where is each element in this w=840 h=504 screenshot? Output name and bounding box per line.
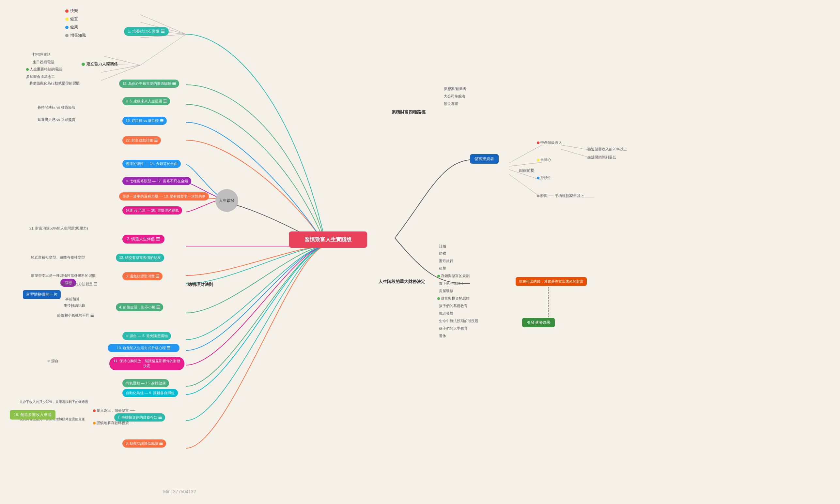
node-5[interactable]: ⊙ 源自 — 5. 遊免隨意購物	[122, 332, 171, 340]
svg-line-11	[509, 162, 542, 166]
svg-line-7	[101, 65, 140, 80]
leijf-label: 累積財富四種路徑	[392, 109, 426, 115]
sub-phone1: 打招呼電話	[33, 52, 51, 57]
central-node[interactable]: 習慣致富人生實踐版	[289, 232, 367, 248]
node-1[interactable]: 1. 培養抗頂石習慣 ☰	[124, 27, 169, 36]
node-16[interactable]: 16. 創造多重收入來源	[10, 410, 55, 419]
node-2[interactable]: 2. 慎選人生伴侶 ☰	[122, 235, 165, 244]
sub-desire2: 消煙慾望的方法就是 ☰	[61, 282, 97, 287]
svg-line-8	[140, 34, 186, 65]
mindmap-container: 習慣致富人生實踐版 人生啟發 聰明理財法則 富習慣拼圖的一片 感恩 1. 培養抗…	[0, 0, 840, 504]
sub-life2: 婚禮	[439, 251, 446, 256]
node-12[interactable]: 12. 結交有儲富習慣的朋友	[116, 254, 164, 262]
sub-dreamer: 夢想家/創業者	[444, 86, 466, 91]
node-19[interactable]: 19. 好目標 vs 壞目標 ☰	[122, 117, 167, 125]
sub-life8: 儲富與投資的思維	[437, 296, 469, 301]
sub-longterm: 長時間耕耘 vs 棲為短智	[37, 105, 75, 110]
sub-life6: 買下第一棟房子	[439, 281, 464, 286]
sub-delay: 延遲滿足感 vs 立即獎賞	[37, 118, 75, 122]
node-3[interactable]: 3. 遏免欲望型消費 ☰	[122, 272, 162, 281]
sub-happy: 快樂	[65, 8, 78, 14]
node-20[interactable]: 好運 vs 厄運 — 20. 習慣帶來運氣	[122, 206, 182, 215]
sub-prereq4: 時間 ── 平均維持32年以上	[537, 193, 584, 198]
node-13[interactable]: 13. 為你心中最重要的東西驅動 ☰	[119, 79, 179, 88]
sub-budget2: 事後持續記錄	[64, 303, 85, 308]
sub-relationships: 建立強力人際關係	[82, 61, 118, 67]
connections-svg	[0, 0, 840, 504]
sub-save2: 量入為出，節儉儲富 ──	[93, 408, 135, 413]
node-22[interactable]: 22. 財富遊戲計畫 ☰	[122, 136, 161, 144]
node-11[interactable]: 11. 保持心胸開放，別讓偏見影響你的財務決定	[109, 357, 184, 370]
sub-life9: 孩子們的基礎教育	[439, 304, 468, 308]
sub-life13: 退休	[439, 334, 446, 338]
node-6[interactable]: ⊙ 6. 建構未來人生藍圖 ☰	[122, 97, 170, 105]
xianzf-node: 現在付出的錢，其實是在支出未來的財富	[516, 277, 587, 286]
watermark: Mint 377504132	[163, 489, 196, 494]
sub-prereq2: 自律心	[537, 158, 551, 162]
node-15[interactable]: 有氧運動 — 15. 身體健康	[122, 379, 169, 387]
node-18[interactable]: 而是一連串的過程步驟 — 18. 變有錢並非一次性的事	[119, 192, 209, 200]
sub-life12: 孩子們的大學教育	[439, 326, 468, 331]
sub-life5: 存錢與儲富的規劃	[437, 273, 469, 278]
sub-save1: 先存下收入的只少20%，並學著以剩下的錢通活	[20, 399, 88, 404]
rensheng-circle: 人生啟發	[216, 189, 238, 212]
node-21: 21. 財富消除58%的人生問題(與壓力)	[29, 226, 88, 231]
sub-phone3: 人生重要時刻的電話	[26, 67, 62, 72]
sub-life4: 租屋	[439, 266, 446, 271]
node-7[interactable]: 7. 持續投資你的儲蓄存款 ☰	[114, 413, 165, 421]
node-4[interactable]: 4. 節儉生活，但不小氣 ☰	[116, 303, 163, 311]
sub-corp: 大公司掌舵者	[444, 94, 465, 99]
sub-life10: 職涯發展	[439, 311, 453, 316]
sub-budget1: 事前預算	[65, 297, 80, 302]
sub-budget3: 節儉和小氣截然不同 ☰	[57, 313, 94, 318]
node-17[interactable]: ⊙ 七種富裕類型 — 17. 富裕不只在金錢	[122, 177, 191, 185]
node-8[interactable]: 8. 勤做功課降低風險 ☰	[122, 439, 166, 448]
node-14[interactable]: 選擇的彈性' — 14. 金錢等於自由	[122, 160, 181, 168]
node-9[interactable]: 自動化為佳 — 9. 讓錢各自歸位	[122, 389, 178, 397]
sub-health2: 健康	[65, 24, 78, 30]
sub-life11: 生命中無法預期的狀況題	[439, 319, 478, 323]
sijia-label: 四個前提	[519, 168, 534, 174]
sub-prereq1: 中產階級收入	[537, 140, 562, 145]
sub-expert: 頂尖專家	[444, 102, 458, 106]
node-10[interactable]: 10. 遊免陷入生活方式升級心理 ☰	[108, 344, 179, 352]
sub-phone2: 生日祝福電話	[33, 60, 54, 65]
sub-life7: 房屋裝修	[439, 289, 453, 293]
sub-volunteer: 參加聚會或當志工	[26, 74, 55, 79]
zcstz-node[interactable]: 儲富投資者	[470, 154, 499, 164]
sub-sub2: 生活開銷降到最低	[587, 155, 616, 160]
sub-prereq3: 持續性	[537, 175, 551, 180]
sub-knowledge: 增長知識	[65, 33, 86, 38]
sub-sub1: 強迫儲蓄收入的20%以上	[587, 147, 627, 151]
sub-life1: 訂婚	[439, 244, 446, 249]
sub-desire: 欲望型支出是一種以犧牲當儲燃料的習慣	[31, 273, 96, 278]
sub-health1: 健置	[65, 16, 78, 22]
sub-value: 將價值觀化為行動就是你的習慣	[29, 81, 80, 86]
rensheng-jd-label: 人生階段的重大財務決定	[379, 279, 425, 285]
sub-social: 頻近富裕社交型、遠離有毒社交型	[31, 255, 85, 260]
caimao-node: 聰明理財法則	[184, 281, 216, 289]
fupian-node: 富習慣拼圖的一片	[23, 290, 61, 299]
sub-source2: ⊙ 源自	[47, 359, 58, 363]
yf-node: 引發漣漪效果	[522, 318, 555, 327]
sub-life3: 蜜月旅行	[439, 258, 453, 264]
